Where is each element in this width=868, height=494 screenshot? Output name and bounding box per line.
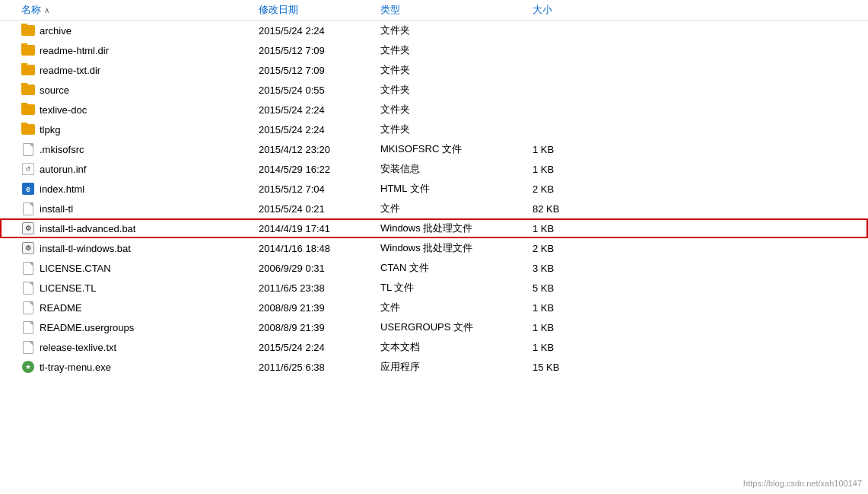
file-type: Windows 批处理文件 xyxy=(380,241,533,255)
file-name-text: tl-tray-menu.exe xyxy=(40,362,111,373)
file-type: 安装信息 xyxy=(380,162,533,176)
file-type: 文件 xyxy=(380,202,533,215)
file-name: tlpkg xyxy=(0,123,259,136)
file-type: 应用程序 xyxy=(380,360,533,374)
file-size: 82 KB xyxy=(533,203,609,215)
file-date: 2008/8/9 21:39 xyxy=(259,322,380,333)
file-type: 文件夹 xyxy=(380,63,533,77)
file-date: 2015/5/24 0:21 xyxy=(259,203,380,215)
file-date: 2015/5/24 2:24 xyxy=(259,342,380,353)
table-row[interactable]: e index.html 2015/5/12 7:04 HTML 文件 2 KB xyxy=(0,179,868,199)
header-type-label: 类型 xyxy=(380,4,400,15)
table-row[interactable]: readme-html.dir 2015/5/12 7:09 文件夹 xyxy=(0,40,868,60)
file-date: 2015/5/24 2:24 xyxy=(259,124,380,135)
file-name-text: archive xyxy=(40,25,72,37)
file-name-text: source xyxy=(40,84,69,96)
file-type: 文件夹 xyxy=(380,24,533,37)
file-date: 2008/8/9 21:39 xyxy=(259,302,380,314)
table-row[interactable]: source 2015/5/24 0:55 文件夹 xyxy=(0,80,868,100)
file-type: 文件夹 xyxy=(380,103,533,116)
file-name: install-tl xyxy=(0,202,259,215)
file-name-text: .mkisofsrc xyxy=(40,144,84,155)
file-date: 2015/5/12 7:04 xyxy=(259,183,380,195)
table-row[interactable]: texlive-doc 2015/5/24 2:24 文件夹 xyxy=(0,100,868,120)
file-name: LICENSE.TL xyxy=(0,281,259,295)
file-date: 2015/5/24 0:55 xyxy=(259,84,380,96)
file-name: .mkisofsrc xyxy=(0,142,259,156)
table-row[interactable]: ⚙ install-tl-windows.bat 2014/1/16 18:48… xyxy=(0,238,868,258)
table-row[interactable]: archive 2015/5/24 2:24 文件夹 xyxy=(0,21,868,40)
file-name: LICENSE.CTAN xyxy=(0,261,259,275)
file-name-text: tlpkg xyxy=(40,124,60,135)
bat-icon: ⚙ xyxy=(21,222,35,235)
folder-icon xyxy=(21,83,35,97)
file-date: 2014/4/19 17:41 xyxy=(259,223,380,234)
file-name-text: install-tl-advanced.bat xyxy=(40,223,135,234)
file-name: ⚙ install-tl-advanced.bat xyxy=(0,222,259,235)
file-type: 文件 xyxy=(380,301,533,314)
col-header-size[interactable]: 大小 xyxy=(533,3,609,17)
file-icon xyxy=(21,261,35,275)
file-date: 2015/5/12 7:09 xyxy=(259,65,380,76)
table-header: 名称 ∧ 修改日期 类型 大小 xyxy=(0,0,868,21)
autorun-icon: ↺ xyxy=(21,162,35,176)
table-row[interactable]: LICENSE.CTAN 2006/9/29 0:31 CTAN 文件 3 KB xyxy=(0,258,868,278)
file-date: 2015/5/24 2:24 xyxy=(259,104,380,116)
file-size: 15 KB xyxy=(533,362,609,373)
file-size: 1 KB xyxy=(533,322,609,333)
file-name: release-texlive.txt xyxy=(0,340,259,354)
file-name: ↺ autorun.inf xyxy=(0,162,259,176)
folder-icon xyxy=(21,103,35,116)
table-row[interactable]: README 2008/8/9 21:39 文件 1 KB xyxy=(0,298,868,317)
file-icon xyxy=(21,320,35,334)
file-type: TL 文件 xyxy=(380,281,533,295)
exe-icon: ★ xyxy=(21,360,35,374)
file-size: 1 KB xyxy=(533,342,609,353)
file-name-text: texlive-doc xyxy=(40,104,87,116)
file-name-text: readme-html.dir xyxy=(40,45,109,56)
file-type: USERGROUPS 文件 xyxy=(380,320,533,334)
table-row[interactable]: ★ tl-tray-menu.exe 2011/6/25 6:38 应用程序 1… xyxy=(0,357,868,377)
watermark: https://blog.csdn.net/xah100147 xyxy=(743,479,862,488)
folder-icon xyxy=(21,123,35,136)
file-name: README xyxy=(0,301,259,314)
col-header-date[interactable]: 修改日期 xyxy=(259,3,380,17)
file-list: archive 2015/5/24 2:24 文件夹 readme-html.d… xyxy=(0,21,868,377)
col-header-type[interactable]: 类型 xyxy=(380,3,533,17)
file-date: 2014/5/29 16:22 xyxy=(259,164,380,175)
file-explorer: 名称 ∧ 修改日期 类型 大小 archive 2015/5/24 2:24 文… xyxy=(0,0,868,494)
folder-icon xyxy=(21,63,35,77)
file-name-text: readme-txt.dir xyxy=(40,65,100,76)
file-name: readme-txt.dir xyxy=(0,63,259,77)
file-date: 2015/4/12 23:20 xyxy=(259,144,380,155)
file-name: readme-html.dir xyxy=(0,43,259,57)
table-row[interactable]: .mkisofsrc 2015/4/12 23:20 MKISOFSRC 文件 … xyxy=(0,139,868,159)
file-name-text: autorun.inf xyxy=(40,164,86,175)
file-name-text: release-texlive.txt xyxy=(40,342,116,353)
table-row[interactable]: README.usergroups 2008/8/9 21:39 USERGRO… xyxy=(0,317,868,337)
col-header-name[interactable]: 名称 ∧ xyxy=(0,3,259,17)
table-row[interactable]: tlpkg 2015/5/24 2:24 文件夹 xyxy=(0,120,868,139)
file-name: ★ tl-tray-menu.exe xyxy=(0,360,259,374)
bat-icon: ⚙ xyxy=(21,241,35,255)
file-type: 文件夹 xyxy=(380,43,533,57)
folder-icon xyxy=(21,43,35,57)
file-name-text: README xyxy=(40,302,82,314)
file-type: CTAN 文件 xyxy=(380,261,533,275)
table-row[interactable]: readme-txt.dir 2015/5/12 7:09 文件夹 xyxy=(0,60,868,80)
table-row[interactable]: LICENSE.TL 2011/6/5 23:38 TL 文件 5 KB xyxy=(0,278,868,298)
file-type: 文本文档 xyxy=(380,340,533,354)
table-row[interactable]: release-texlive.txt 2015/5/24 2:24 文本文档 … xyxy=(0,337,868,357)
file-date: 2015/5/12 7:09 xyxy=(259,45,380,56)
file-icon xyxy=(21,340,35,354)
table-row[interactable]: ⚙ install-tl-advanced.bat 2014/4/19 17:4… xyxy=(0,218,868,238)
file-name: e index.html xyxy=(0,182,259,196)
table-row[interactable]: ↺ autorun.inf 2014/5/29 16:22 安装信息 1 KB xyxy=(0,159,868,179)
file-icon xyxy=(21,202,35,215)
file-size: 1 KB xyxy=(533,164,609,175)
file-size: 2 KB xyxy=(533,243,609,254)
folder-icon xyxy=(21,24,35,37)
file-name: texlive-doc xyxy=(0,103,259,116)
table-row[interactable]: install-tl 2015/5/24 0:21 文件 82 KB xyxy=(0,199,868,218)
file-type: HTML 文件 xyxy=(380,182,533,196)
